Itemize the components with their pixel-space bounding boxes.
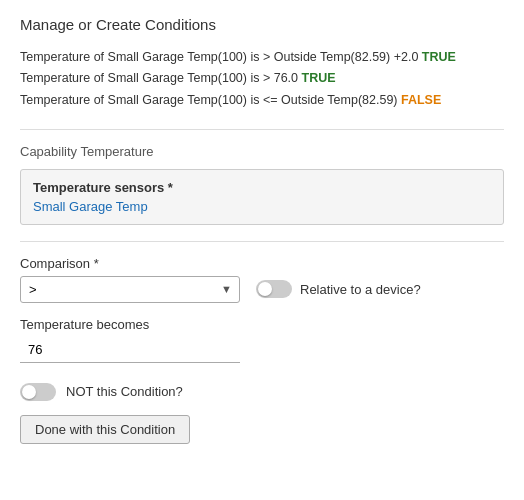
relative-device-row: Relative to a device? (256, 280, 421, 298)
page-title: Manage or Create Conditions (20, 16, 504, 33)
sensor-section-title: Temperature sensors * (33, 180, 491, 195)
relative-toggle[interactable] (256, 280, 292, 298)
condition-2-badge: TRUE (302, 71, 336, 85)
condition-3-badge: FALSE (401, 93, 441, 107)
sensor-box: Temperature sensors * Small Garage Temp (20, 169, 504, 225)
relative-label-text: Relative to a device? (300, 282, 421, 297)
temperature-becomes-row: Temperature becomes (20, 317, 504, 363)
capability-label: Capability Temperature (20, 144, 504, 159)
comparison-select-wrapper: > >= < <= = != ▼ (20, 276, 240, 303)
divider-1 (20, 129, 504, 130)
comparison-label: Comparison * (20, 256, 504, 271)
condition-3-text: Temperature of Small Garage Temp(100) is… (20, 93, 398, 107)
comparison-select[interactable]: > >= < <= = != (20, 276, 240, 303)
condition-line-2: Temperature of Small Garage Temp(100) is… (20, 68, 504, 89)
not-condition-toggle[interactable] (20, 383, 56, 401)
condition-2-text: Temperature of Small Garage Temp(100) is… (20, 71, 298, 85)
not-condition-row: NOT this Condition? (20, 383, 504, 401)
condition-line-1: Temperature of Small Garage Temp(100) is… (20, 47, 504, 68)
sensor-link[interactable]: Small Garage Temp (33, 199, 148, 214)
temperature-becomes-input[interactable] (20, 337, 240, 363)
not-condition-label: NOT this Condition? (66, 384, 183, 399)
divider-2 (20, 241, 504, 242)
conditions-list: Temperature of Small Garage Temp(100) is… (20, 47, 504, 111)
condition-line-3: Temperature of Small Garage Temp(100) is… (20, 90, 504, 111)
done-button[interactable]: Done with this Condition (20, 415, 190, 444)
comparison-row: Comparison * > >= < <= = != ▼ Relative t… (20, 256, 504, 303)
temperature-becomes-label: Temperature becomes (20, 317, 504, 332)
condition-1-text: Temperature of Small Garage Temp(100) is… (20, 50, 418, 64)
condition-1-badge: TRUE (422, 50, 456, 64)
